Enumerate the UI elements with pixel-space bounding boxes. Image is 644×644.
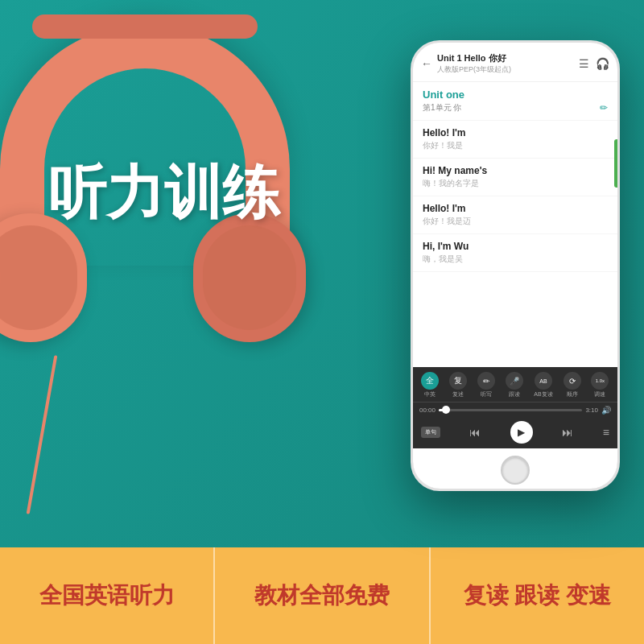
phone-header: ← Unit 1 Hello 你好 人教版PEP(3年级起点) ☰ 🎧 [413, 43, 617, 82]
edit-icon[interactable]: ✏ [600, 102, 608, 114]
unit-sublabel: 第1单元 你 ✏ [413, 102, 617, 121]
ab-label: AB复读 [534, 390, 552, 398]
function-buttons-row: 全 中英 复 复述 ✏ 听写 🎤 跟读 [413, 367, 617, 402]
sentence-item-4[interactable]: Hi, I'm Wu 嗨，我是吴 [413, 234, 617, 272]
sentence-item-1[interactable]: Hello! I'm 你好！我是 [413, 121, 617, 159]
bottom-bar-text-2: 教材全部免费 [254, 581, 390, 610]
genzhu-label: 跟读 [509, 390, 520, 398]
headphones-decoration [0, 0, 402, 531]
func-btn-genzhu[interactable]: 🎤 跟读 [506, 372, 523, 398]
sentence-item-3[interactable]: Hello! I'm 你好！我是迈 [413, 196, 617, 234]
bottom-bar-text-1: 全国英语听力 [39, 581, 175, 610]
back-button[interactable]: ← [421, 57, 432, 70]
sentence-en-2: Hi! My name's [423, 165, 608, 176]
sentence-zh-1: 你好！我是 [423, 140, 608, 151]
player-bar: 全 中英 复 复述 ✏ 听写 🎤 跟读 [413, 367, 617, 448]
time-total: 3:10 [585, 407, 598, 414]
bottom-bar-item-1: 全国英语听力 [0, 547, 215, 644]
order-label: 顺序 [567, 390, 578, 398]
bottom-bar-item-2: 教材全部免费 [215, 547, 430, 644]
mode-tag[interactable]: 单句 [421, 427, 440, 438]
hero-text: 听力训练 [48, 161, 280, 225]
func-btn-ab[interactable]: AB AB复读 [534, 372, 552, 398]
zhongying-label: 中英 [424, 390, 436, 398]
genzhu-icon: 🎤 [506, 372, 523, 390]
menu-icon[interactable]: ☰ [579, 57, 589, 70]
sentence-zh-4: 嗨，我是吴 [423, 254, 608, 265]
progress-bar[interactable] [439, 409, 582, 411]
phone-home-button[interactable] [501, 456, 530, 485]
headphone-icon[interactable]: 🎧 [596, 57, 609, 70]
func-btn-order[interactable]: ⟳ 顺序 [564, 372, 581, 398]
speed-label: 调速 [594, 390, 605, 398]
bottom-bar: 全国英语听力 教材全部免费 复读 跟读 变速 [0, 547, 644, 644]
sentence-en-1: Hello! I'm [423, 127, 608, 138]
sentence-item-2[interactable]: Hi! My name's 嗨！我的名字是 [413, 159, 617, 196]
phone-device: ← Unit 1 Hello 你好 人教版PEP(3年级起点) ☰ 🎧 Unit… [411, 40, 620, 491]
speed-icon: 1.0x [591, 372, 609, 390]
progress-thumb [442, 406, 450, 414]
time-current: 00:00 [419, 407, 436, 414]
fushu-icon: 复 [449, 372, 467, 390]
fushu-label: 复述 [452, 390, 464, 398]
tingxie-icon: ✏ [477, 372, 495, 390]
header-subtitle: 人教版PEP(3年级起点) [437, 64, 511, 75]
sentence-en-3: Hello! I'm [423, 203, 608, 214]
control-row: 单句 ⏮ ▶ ⏭ ≡ [413, 418, 617, 448]
func-btn-zhongying[interactable]: 全 中英 [421, 372, 439, 398]
func-btn-speed[interactable]: 1.0x 调速 [591, 372, 609, 398]
playlist-button[interactable]: ≡ [603, 426, 609, 439]
header-title: Unit 1 Hello 你好 [437, 52, 511, 64]
unit-label: Unit one [413, 82, 617, 102]
next-button[interactable]: ⏭ [562, 426, 573, 439]
play-button[interactable]: ▶ [510, 421, 533, 444]
tingxie-label: 听写 [481, 390, 492, 398]
ab-icon: AB [535, 372, 552, 390]
prev-button[interactable]: ⏮ [469, 426, 481, 439]
side-tab[interactable] [614, 139, 620, 188]
func-btn-fushu[interactable]: 复 复述 [449, 372, 467, 398]
volume-icon[interactable]: 🔊 [601, 406, 611, 415]
sentence-en-4: Hi, I'm Wu [423, 241, 608, 252]
sentence-zh-3: 你好！我是迈 [423, 216, 608, 227]
bottom-bar-item-3: 复读 跟读 变速 [431, 547, 644, 644]
zhongying-icon: 全 [421, 372, 439, 390]
progress-row: 00:00 3:10 🔊 [413, 402, 617, 418]
bottom-bar-text-3: 复读 跟读 变速 [464, 581, 612, 610]
sentence-zh-2: 嗨！我的名字是 [423, 178, 608, 189]
order-icon: ⟳ [564, 372, 581, 390]
func-btn-tingxie[interactable]: ✏ 听写 [477, 372, 495, 398]
